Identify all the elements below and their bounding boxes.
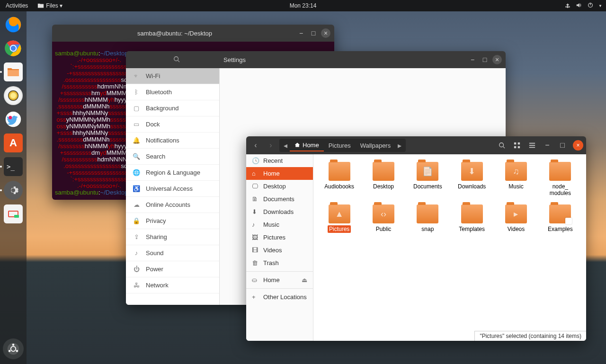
close-button[interactable]: ×: [492, 55, 502, 64]
access-icon: ♿: [133, 185, 140, 192]
volume-icon[interactable]: [576, 2, 582, 10]
settings-item-universal-access[interactable]: ♿Universal Access: [126, 181, 219, 197]
folder-desktop[interactable]: Desktop: [363, 160, 403, 199]
file-label: Downloads: [456, 183, 487, 190]
sidebar-item-home[interactable]: ⌂Home: [246, 167, 313, 180]
settings-item-label: Network: [146, 282, 169, 289]
show-apps-button[interactable]: [3, 338, 24, 359]
sidebar-item-pictures[interactable]: 🖼Pictures: [246, 231, 313, 244]
folder-pictures[interactable]: ▲Pictures: [319, 203, 359, 235]
forward-button[interactable]: ›: [264, 139, 277, 152]
settings-item-label: Notifications: [146, 137, 179, 144]
chevron-down-icon[interactable]: ▼: [598, 4, 602, 8]
bg-icon: ▢: [133, 105, 140, 112]
app-menu[interactable]: Files ▾: [36, 2, 64, 9]
settings-item-power[interactable]: ⏻Power: [126, 261, 219, 277]
path-segment[interactable]: Wallpapers: [356, 140, 396, 151]
svg-point-15: [16, 350, 18, 352]
dock-terminal[interactable]: >_: [3, 156, 24, 177]
maximize-button[interactable]: □: [480, 55, 490, 64]
search-icon[interactable]: [173, 56, 180, 64]
folder-icon: [37, 2, 44, 9]
dock-rhythmbox[interactable]: [3, 85, 24, 106]
folder-examples[interactable]: Examples: [540, 203, 580, 235]
close-button[interactable]: ×: [321, 28, 330, 38]
sidebar-item-label: Music: [263, 221, 279, 228]
path-segment[interactable]: Home: [290, 140, 324, 151]
files-sidebar[interactable]: 🕓Recent⌂Home🖵Desktop🗎Documents⬇Downloads…: [246, 154, 313, 341]
sidebar-item-downloads[interactable]: ⬇Downloads: [246, 205, 313, 218]
folder-audiobooks[interactable]: Audiobooks: [319, 160, 359, 199]
settings-sidebar[interactable]: ᯤWi-FiᛒBluetooth▢Background▭Dock🔔Notific…: [126, 68, 220, 305]
dock-firefox[interactable]: [3, 14, 24, 35]
files-content[interactable]: AudiobooksDesktop📄Documents⬇Downloads♫Mu…: [313, 154, 586, 341]
folder-documents[interactable]: 📄Documents: [408, 160, 448, 199]
minimize-button[interactable]: −: [296, 28, 306, 38]
settings-item-bluetooth[interactable]: ᛒBluetooth: [126, 84, 219, 100]
sidebar-item-videos[interactable]: 🎞Videos: [246, 244, 313, 257]
settings-item-sound[interactable]: ♪Sound: [126, 245, 219, 261]
dock-files[interactable]: [3, 62, 24, 82]
folder-downloads[interactable]: ⬇Downloads: [452, 160, 492, 199]
list-view-button[interactable]: [526, 139, 539, 152]
sidebar-item-documents[interactable]: 🗎Documents: [246, 193, 313, 205]
sidebar-item-desktop[interactable]: 🖵Desktop: [246, 180, 313, 193]
path-back-icon[interactable]: ◂: [281, 139, 290, 152]
folder-snap[interactable]: snap: [408, 203, 448, 235]
activities-button[interactable]: Activities: [4, 2, 30, 9]
icon-view-button[interactable]: [510, 139, 524, 152]
maximize-button[interactable]: □: [556, 139, 569, 152]
settings-item-wi-fi[interactable]: ᯤWi-Fi: [126, 68, 219, 84]
close-button[interactable]: ×: [573, 140, 583, 151]
files-window[interactable]: ‹ › ◂ HomePicturesWallpapers▸ − □ × 🕓Rec…: [246, 136, 586, 341]
network-icon[interactable]: [564, 2, 571, 10]
clock-icon: 🕓: [252, 157, 258, 164]
path-segment[interactable]: Pictures: [324, 140, 356, 151]
folder-node-modules[interactable]: node_modules: [540, 160, 580, 199]
back-button[interactable]: ‹: [249, 139, 262, 152]
terminal-titlebar[interactable]: samba@ubuntu: ~/Desktop − □ ×: [52, 25, 334, 42]
sidebar-item-other-locations[interactable]: +Other Locations: [246, 291, 313, 303]
path-forward-icon[interactable]: ▸: [395, 139, 404, 152]
settings-item-label: Sound: [146, 249, 164, 257]
dock-corebird[interactable]: [3, 109, 24, 130]
maximize-button[interactable]: □: [309, 28, 318, 38]
sidebar-item-label: Home: [263, 276, 280, 284]
minimize-button[interactable]: −: [541, 139, 554, 152]
pathbar[interactable]: ◂ HomePicturesWallpapers▸: [279, 139, 406, 152]
settings-item-notifications[interactable]: 🔔Notifications: [126, 133, 219, 149]
folder-videos[interactable]: ▸Videos: [496, 203, 536, 235]
svg-point-17: [499, 143, 504, 147]
clock[interactable]: Mon 23:14: [290, 2, 317, 9]
dock-screenshot[interactable]: [3, 204, 24, 224]
settings-item-region-&-language[interactable]: 🌐Region & Language: [126, 165, 219, 181]
sidebar-item-trash[interactable]: 🗑Trash: [246, 257, 313, 269]
dock-chrome[interactable]: [3, 38, 24, 59]
settings-item-label: Wi-Fi: [146, 72, 160, 80]
settings-item-online-accounts[interactable]: ☁Online Accounts: [126, 197, 219, 213]
settings-item-privacy[interactable]: 🔒Privacy: [126, 213, 219, 229]
sidebar-item-home[interactable]: ⛀Home⏏: [246, 274, 313, 286]
folder-public[interactable]: ‹›Public: [363, 203, 403, 235]
file-label: Examples: [546, 225, 574, 233]
files-toolbar[interactable]: ‹ › ◂ HomePicturesWallpapers▸ − □ ×: [246, 136, 586, 154]
settings-item-search[interactable]: 🔍Search: [126, 149, 219, 165]
minimize-button[interactable]: −: [468, 55, 477, 64]
folder-templates[interactable]: Templates: [452, 203, 492, 235]
eject-icon[interactable]: ⏏: [302, 276, 307, 284]
search-icon[interactable]: [495, 139, 508, 152]
dock-settings[interactable]: [3, 180, 24, 201]
sidebar-item-recent[interactable]: 🕓Recent: [246, 154, 313, 167]
sidebar-item-label: Documents: [263, 195, 294, 203]
settings-item-background[interactable]: ▢Background: [126, 100, 219, 116]
folder-music[interactable]: ♫Music: [496, 160, 536, 199]
settings-item-network[interactable]: 🖧Network: [126, 277, 219, 293]
settings-item-label: Privacy: [146, 217, 166, 224]
settings-item-sharing[interactable]: ⇪Sharing: [126, 229, 219, 245]
power-icon[interactable]: [587, 2, 594, 10]
settings-item-label: Online Accounts: [146, 201, 190, 208]
settings-titlebar[interactable]: Settings − □ ×: [126, 51, 506, 68]
settings-item-dock[interactable]: ▭Dock: [126, 116, 219, 133]
dock-software[interactable]: A: [3, 133, 24, 153]
sidebar-item-music[interactable]: ♪Music: [246, 218, 313, 231]
